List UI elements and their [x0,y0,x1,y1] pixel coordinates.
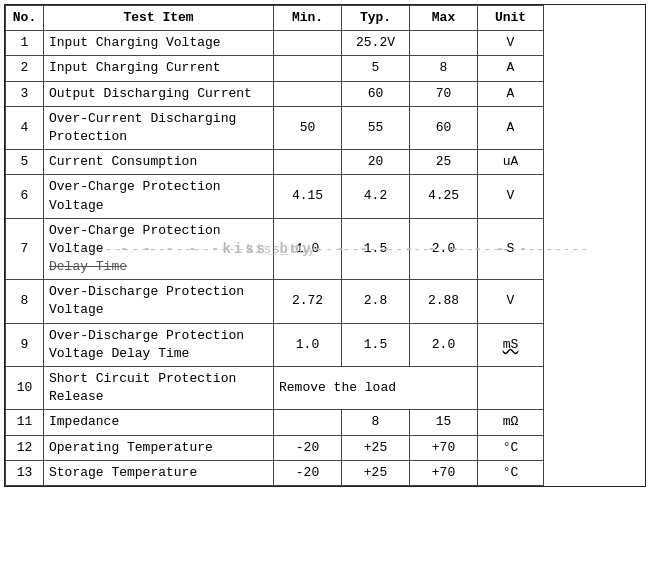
cell-unit: mΩ [478,410,544,435]
cell-test-item: Operating Temperature [44,435,274,460]
cell-no: 8 [6,280,44,323]
table-row: 5Current Consumption2025uA [6,150,645,175]
cell-unit: V [478,280,544,323]
cell-max: 8 [410,56,478,81]
cell-unit: mS [478,323,544,366]
cell-typ: 1.5 [342,323,410,366]
cell-typ: +25 [342,435,410,460]
cell-max: 15 [410,410,478,435]
cell-test-item: Over-Current Discharging Protection [44,106,274,149]
table-row: 12Operating Temperature-20+25+70°C [6,435,645,460]
cell-typ: 1.5 [342,218,410,280]
spec-table-wrapper: No. Test Item Min. Typ. Max Unit 1Input … [4,4,646,487]
cell-typ: 25.2V [342,31,410,56]
cell-no: 13 [6,460,44,485]
cell-max: 4.25 [410,175,478,218]
cell-typ: 20 [342,150,410,175]
cell-typ: 60 [342,81,410,106]
table-row: 8Over-Discharge Protection Voltage2.722.… [6,280,645,323]
header-test-item: Test Item [44,6,274,31]
cell-no: 9 [6,323,44,366]
cell-min [274,56,342,81]
cell-unit: V [478,175,544,218]
cell-min: 1.0 [274,218,342,280]
cell-test-item: Storage Temperature [44,460,274,485]
cell-max: +70 [410,460,478,485]
table-row: 4Over-Current Discharging Protection5055… [6,106,645,149]
cell-test-item: Output Discharging Current [44,81,274,106]
cell-test-item: Over-Discharge Protection Voltage [44,280,274,323]
cell-no: 11 [6,410,44,435]
cell-typ: 8 [342,410,410,435]
cell-max [410,31,478,56]
cell-test-item: Input Charging Current [44,56,274,81]
table-row: 3Output Discharging Current6070A [6,81,645,106]
cell-test-item: Over-Charge Protection Voltage [44,175,274,218]
cell-no: 1 [6,31,44,56]
table-row: 11Impedance815mΩ [6,410,645,435]
cell-no: 4 [6,106,44,149]
table-row: 6Over-Charge Protection Voltage4.154.24.… [6,175,645,218]
cell-min: 50 [274,106,342,149]
cell-no: 7 [6,218,44,280]
spec-table: No. Test Item Min. Typ. Max Unit 1Input … [5,5,645,486]
cell-max: +70 [410,435,478,460]
cell-unit: S [478,218,544,280]
cell-max: 25 [410,150,478,175]
table-row: 9Over-Discharge Protection Voltage Delay… [6,323,645,366]
cell-unit: °C [478,435,544,460]
table-row: 10Short Circuit Protection ReleaseRemove… [6,367,645,410]
cell-min [274,81,342,106]
cell-typ: 5 [342,56,410,81]
cell-max: 70 [410,81,478,106]
cell-test-item: Over-Charge Protection VoltageDelay Time [44,218,274,280]
cell-max: 2.88 [410,280,478,323]
cell-test-item: Current Consumption [44,150,274,175]
header-max: Max [410,6,478,31]
cell-typ: +25 [342,460,410,485]
table-row: 1Input Charging Voltage25.2VV [6,31,645,56]
cell-test-item: Input Charging Voltage [44,31,274,56]
cell-unit: uA [478,150,544,175]
cell-test-item: Over-Discharge Protection Voltage Delay … [44,323,274,366]
cell-max: 2.0 [410,323,478,366]
cell-unit [478,367,544,410]
cell-typ: Remove the load [274,367,478,410]
cell-no: 12 [6,435,44,460]
cell-max: 60 [410,106,478,149]
cell-test-item: Short Circuit Protection Release [44,367,274,410]
cell-min: 1.0 [274,323,342,366]
header-min: Min. [274,6,342,31]
cell-min: -20 [274,435,342,460]
cell-unit: A [478,56,544,81]
table-header-row: No. Test Item Min. Typ. Max Unit [6,6,645,31]
table-row: 13Storage Temperature-20+25+70°C [6,460,645,485]
cell-unit: °C [478,460,544,485]
cell-no: 10 [6,367,44,410]
header-typ: Typ. [342,6,410,31]
cell-min [274,31,342,56]
cell-no: 3 [6,81,44,106]
cell-typ: 4.2 [342,175,410,218]
cell-min [274,410,342,435]
cell-min [274,150,342,175]
cell-min: 2.72 [274,280,342,323]
cell-min: 4.15 [274,175,342,218]
table-row: 7Over-Charge Protection VoltageDelay Tim… [6,218,645,280]
cell-typ: 2.8 [342,280,410,323]
cell-unit: A [478,106,544,149]
cell-no: 5 [6,150,44,175]
cell-test-item: Impedance [44,410,274,435]
cell-typ: 55 [342,106,410,149]
cell-no: 2 [6,56,44,81]
cell-min: -20 [274,460,342,485]
cell-unit: V [478,31,544,56]
table-row: 2Input Charging Current58A [6,56,645,81]
cell-no: 6 [6,175,44,218]
header-unit: Unit [478,6,544,31]
header-no: No. [6,6,44,31]
cell-max: 2.0 [410,218,478,280]
cell-unit: A [478,81,544,106]
